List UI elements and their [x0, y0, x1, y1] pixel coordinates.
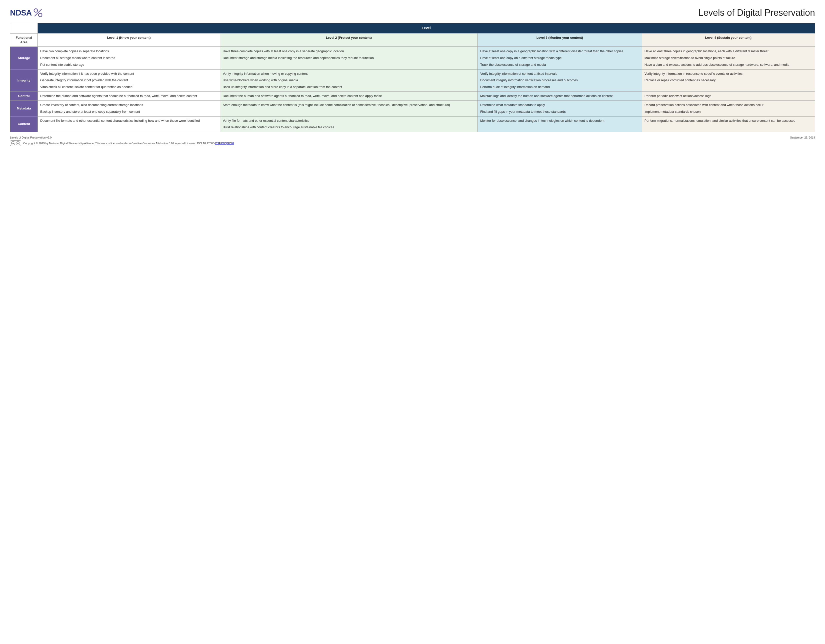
- cell-paragraph: Document the human and software agents a…: [223, 94, 475, 99]
- level-cell: Have two complete copies in separate loc…: [38, 47, 220, 69]
- functional-area-cell: Control: [10, 92, 38, 101]
- col-header-row: Functional Area Level 1 (Know your conte…: [10, 33, 815, 47]
- cell-paragraph: Have three complete copies with at least…: [223, 49, 475, 54]
- logo: NDSA: [10, 8, 43, 17]
- cell-paragraph: Document integrity information verificat…: [480, 78, 639, 83]
- cell-paragraph: Track the obsolescence of storage and me…: [480, 62, 639, 67]
- cell-paragraph: Create inventory of content, also docume…: [40, 103, 218, 108]
- svg-line-2: [34, 9, 42, 16]
- cell-paragraph: Virus check all content; isolate content…: [40, 85, 218, 90]
- cell-paragraph: Verify integrity information of content …: [480, 71, 639, 76]
- svg-point-0: [34, 9, 37, 12]
- preservation-table: Level Functional Area Level 1 (Know your…: [10, 23, 815, 132]
- cell-paragraph: Implement metadata standards chosen: [644, 110, 812, 114]
- cell-content: Verify integrity information when moving…: [223, 71, 475, 90]
- cell-paragraph: Monitor for obsolescence, and changes in…: [480, 119, 639, 123]
- cell-content: Verify integrity information of content …: [480, 71, 639, 90]
- level-cell: Have three complete copies with at least…: [220, 47, 477, 69]
- functional-area-cell: Integrity: [10, 69, 38, 92]
- cell-content: Monitor for obsolescence, and changes in…: [480, 119, 639, 123]
- level-cell: Determine what metadata standards to app…: [477, 100, 642, 116]
- functional-area-cell: Storage: [10, 47, 38, 69]
- level-cell: Perform migrations, normalizations, emul…: [642, 116, 815, 132]
- logo-text: NDSA: [10, 8, 32, 17]
- cell-content: Have at least three copies in geographic…: [644, 49, 812, 67]
- cell-content: Document file formats and other essentia…: [40, 119, 218, 123]
- level-cell: Document the human and software agents a…: [220, 92, 477, 101]
- col-header-level3: Level 3 (Monitor your content): [477, 33, 642, 47]
- level-header-row: Level: [10, 23, 815, 34]
- table-body: StorageHave two complete copies in separ…: [10, 47, 815, 132]
- cell-paragraph: Replace or repair corrupted content as n…: [644, 78, 812, 83]
- cell-paragraph: Perform migrations, normalizations, emul…: [644, 119, 812, 123]
- level-cell: Store enough metadata to know what the c…: [220, 100, 477, 116]
- level-cell: Monitor for obsolescence, and changes in…: [477, 116, 642, 132]
- cell-paragraph: Verify integrity information when moving…: [223, 71, 475, 76]
- cell-paragraph: Document storage and storage media indic…: [223, 56, 475, 60]
- col-header-level1: Level 1 (Know your content): [38, 33, 220, 47]
- col-header-level4: Level 4 (Sustain your content): [642, 33, 815, 47]
- cell-paragraph: Have two complete copies in separate loc…: [40, 49, 218, 54]
- footer: Levels of Digital Preservation v2.0 cc B…: [10, 136, 815, 146]
- functional-area-cell: Content: [10, 116, 38, 132]
- level-header: Level: [38, 23, 815, 34]
- col-header-level2: Level 2 (Protect your content): [220, 33, 477, 47]
- cell-content: Verify integrity information in response…: [644, 71, 812, 83]
- level-cell: Verify integrity information in response…: [642, 69, 815, 92]
- cell-paragraph: Determine what metadata standards to app…: [480, 103, 639, 108]
- cell-paragraph: Backup inventory and store at least one …: [40, 110, 218, 114]
- cell-paragraph: Store enough metadata to know what the c…: [223, 103, 475, 108]
- level-cell: Verify integrity information when moving…: [220, 69, 477, 92]
- table-row: MetadataCreate inventory of content, als…: [10, 100, 815, 116]
- cell-paragraph: Use write-blockers when working with ori…: [223, 78, 475, 83]
- doi-link[interactable]: OSF.IO/QGZ98: [215, 142, 234, 145]
- cell-paragraph: Find and fill gaps in your metadata to m…: [480, 110, 639, 114]
- level-cell: Determine the human and software agents …: [38, 92, 220, 101]
- cell-paragraph: Verify integrity information in response…: [644, 71, 812, 76]
- level-cell: Have at least one copy in a geographic l…: [477, 47, 642, 69]
- cell-content: Perform migrations, normalizations, emul…: [644, 119, 812, 123]
- cell-content: Have at least one copy in a geographic l…: [480, 49, 639, 67]
- level-cell: Maintain logs and identify the human and…: [477, 92, 642, 101]
- cell-paragraph: Have at least three copies in geographic…: [644, 49, 812, 54]
- cell-paragraph: Perform audit of integrity information o…: [480, 85, 639, 90]
- table-row: IntegrityVerify integrity information if…: [10, 69, 815, 92]
- page-title: Levels of Digital Preservation: [698, 8, 815, 18]
- cell-content: Record preservation actions associated w…: [644, 103, 812, 114]
- cell-paragraph: Have at least one copy on a different st…: [480, 56, 639, 60]
- table-row: ContentDocument file formats and other e…: [10, 116, 815, 132]
- cell-content: Verify file formats and other essential …: [223, 119, 475, 130]
- footer-date: September 26, 2019: [790, 136, 815, 139]
- cell-paragraph: Document all storage media where content…: [40, 56, 218, 60]
- cell-content: Perform periodic review of actions/acces…: [644, 94, 812, 99]
- fa-empty-header: [10, 23, 38, 34]
- level-cell: Verify integrity information of content …: [477, 69, 642, 92]
- cell-content: Store enough metadata to know what the c…: [223, 103, 475, 108]
- cell-paragraph: Document file formats and other essentia…: [40, 119, 218, 123]
- cell-paragraph: Generate integrity information if not pr…: [40, 78, 218, 83]
- cell-paragraph: Verify file formats and other essential …: [223, 119, 475, 123]
- cc-license: cc BY Copyright © 2019 by National Digit…: [10, 141, 234, 146]
- by-symbol: BY: [16, 141, 20, 145]
- copyright-text: Copyright © 2019 by National Digital Ste…: [23, 142, 234, 145]
- cell-content: Verify integrity information if it has b…: [40, 71, 218, 90]
- table-row: StorageHave two complete copies in separ…: [10, 47, 815, 69]
- cell-content: Create inventory of content, also docume…: [40, 103, 218, 114]
- footer-left: Levels of Digital Preservation v2.0 cc B…: [10, 136, 234, 146]
- functional-area-col-header: Functional Area: [10, 33, 38, 47]
- svg-point-1: [39, 13, 42, 17]
- cc-icon: cc BY: [10, 141, 21, 146]
- cell-paragraph: Perform periodic review of actions/acces…: [644, 94, 812, 99]
- version-text: Levels of Digital Preservation v2.0: [10, 136, 234, 139]
- functional-area-cell: Metadata: [10, 100, 38, 116]
- cell-content: Determine the human and software agents …: [40, 94, 218, 99]
- cell-content: Maintain logs and identify the human and…: [480, 94, 639, 99]
- level-cell: Perform periodic review of actions/acces…: [642, 92, 815, 101]
- cc-symbol: cc: [11, 141, 15, 145]
- cell-paragraph: Put content into stable storage: [40, 62, 218, 67]
- cell-content: Document the human and software agents a…: [223, 94, 475, 99]
- page-header: NDSA Levels of Digital Preservation: [10, 8, 815, 18]
- cell-content: Have two complete copies in separate loc…: [40, 49, 218, 67]
- level-cell: Verify integrity information if it has b…: [38, 69, 220, 92]
- cell-paragraph: Build relationships with content creator…: [223, 125, 475, 130]
